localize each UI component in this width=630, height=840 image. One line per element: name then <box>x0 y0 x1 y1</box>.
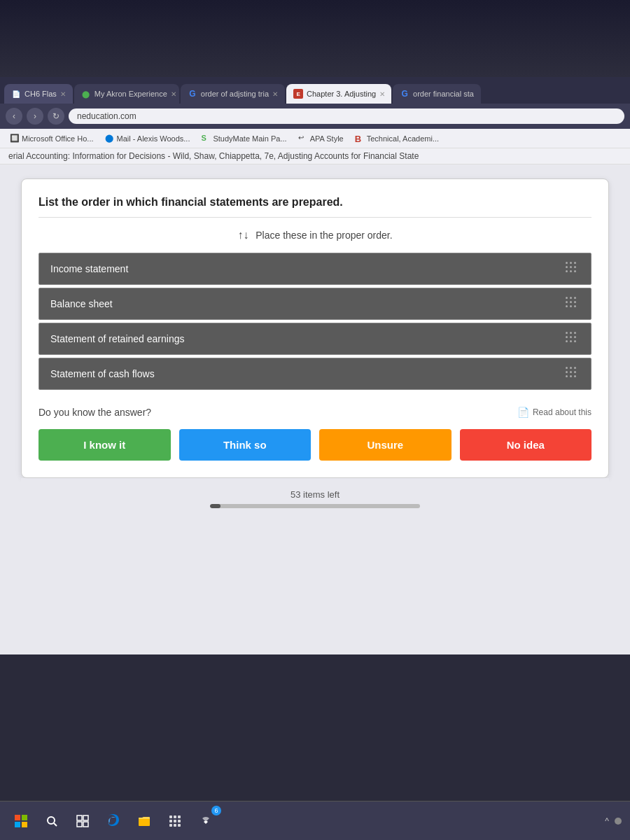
tab-chapter-close[interactable]: ✕ <box>379 90 385 98</box>
task-view-icon <box>76 815 89 827</box>
bookmark-studymate[interactable]: S StudyMate Main Pa... <box>197 132 290 145</box>
dot <box>574 367 576 369</box>
notification-badge: 6 <box>211 806 221 816</box>
read-about-this-button[interactable]: 📄 Read about this <box>517 407 592 418</box>
dot <box>570 262 572 264</box>
do-you-know-row: Do you know the answer? 📄 Read about thi… <box>38 407 592 418</box>
tab-chapter-icon: E <box>293 89 303 99</box>
no-idea-button[interactable]: No idea <box>460 429 592 461</box>
wifi-badge-button[interactable]: 6 <box>193 808 218 834</box>
dot <box>570 297 572 299</box>
answer-buttons: I know it Think so Unsure No idea <box>38 429 592 461</box>
network-icon <box>200 815 212 827</box>
bookmark-apa-label: APA Style <box>310 134 344 143</box>
drag-handle-retained[interactable] <box>566 332 580 346</box>
windows-start-button[interactable] <box>8 808 34 834</box>
dot <box>570 301 572 303</box>
tab-gorder2-icon: G <box>400 89 410 99</box>
search-icon <box>46 815 58 827</box>
tab-gorder2[interactable]: G order financial sta <box>393 84 481 104</box>
refresh-button[interactable]: ↻ <box>48 108 64 125</box>
tab-chapter3[interactable]: E Chapter 3. Adjusting ✕ <box>286 84 391 104</box>
tab-google-close[interactable]: ✕ <box>272 90 278 98</box>
search-button[interactable] <box>39 808 64 834</box>
think-so-button[interactable]: Think so <box>179 429 312 461</box>
svg-rect-12 <box>174 816 176 818</box>
svg-rect-2 <box>15 822 20 827</box>
svg-rect-14 <box>169 820 172 822</box>
page-title-text: erial Accounting: Information for Decisi… <box>8 151 419 161</box>
drag-item-retained-label: Statement of retained earnings <box>50 333 184 344</box>
windows-icon <box>15 815 27 827</box>
apps-grid-button[interactable] <box>162 808 188 834</box>
task-view-button[interactable] <box>70 808 95 834</box>
dot <box>566 340 568 342</box>
svg-rect-7 <box>83 816 88 820</box>
items-left-section: 53 items left <box>21 478 609 515</box>
file-explorer-button[interactable] <box>132 808 157 834</box>
dot <box>574 305 576 307</box>
dot <box>570 305 572 307</box>
address-bar[interactable]: neducation.com <box>69 108 624 124</box>
tab-akron[interactable]: ⬤ My Akron Experience ✕ <box>74 84 179 104</box>
bookmark-technical-label: Technical, Academi... <box>367 134 439 143</box>
forward-button[interactable]: › <box>27 108 43 125</box>
i-know-it-button[interactable]: I know it <box>38 429 171 461</box>
drag-handle-cashflow[interactable] <box>566 367 580 381</box>
svg-rect-3 <box>22 822 27 827</box>
sort-instruction: ↑↓ Place these in the proper order. <box>38 229 592 241</box>
address-bar-text: neducation.com <box>77 111 136 121</box>
svg-rect-8 <box>77 822 82 827</box>
tab-ch6-close[interactable]: ✕ <box>60 90 66 98</box>
drag-item-income-label: Income statement <box>50 263 128 274</box>
dot <box>574 340 576 342</box>
dot <box>566 266 568 268</box>
bookmark-mail[interactable]: ⬤ Mail - Alexis Woods... <box>101 132 195 145</box>
tab-google-order[interactable]: G order of adjsting tria ✕ <box>181 84 285 104</box>
drag-item-income[interactable]: Income statement <box>38 253 592 285</box>
technical-icon: B <box>355 134 365 144</box>
tab-akron-close[interactable]: ✕ <box>171 90 176 98</box>
progress-bar <box>210 504 420 508</box>
svg-rect-11 <box>169 816 172 818</box>
dot <box>570 367 572 369</box>
dot <box>566 336 568 338</box>
tab-akron-label: My Akron Experience <box>94 90 167 98</box>
svg-rect-15 <box>174 820 176 822</box>
bookmarks-bar: 🔲 Microsoft Office Ho... ⬤ Mail - Alexis… <box>0 129 630 148</box>
drag-item-retained[interactable]: Statement of retained earnings <box>38 323 592 355</box>
address-bar-row: ‹ › ↻ neducation.com <box>0 104 630 129</box>
dot <box>570 270 572 272</box>
dot <box>574 375 576 377</box>
progress-bar-fill <box>210 504 220 508</box>
dot <box>570 340 572 342</box>
svg-rect-1 <box>22 815 27 820</box>
drag-handle-balance[interactable] <box>566 297 580 311</box>
bookmark-apa[interactable]: ↩ APA Style <box>294 132 348 145</box>
sort-arrows-icon: ↑↓ <box>237 229 248 241</box>
drag-item-balance[interactable]: Balance sheet <box>38 288 592 320</box>
tab-ch6-flas[interactable]: 📄 CH6 Flas ✕ <box>4 84 73 104</box>
unsure-button[interactable]: Unsure <box>319 429 451 461</box>
svg-rect-6 <box>77 816 82 820</box>
items-left-text: 53 items left <box>21 489 609 500</box>
do-you-know-label: Do you know the answer? <box>38 407 151 418</box>
drag-item-cashflow[interactable]: Statement of cash flows <box>38 358 592 390</box>
bookmark-ms-office[interactable]: 🔲 Microsoft Office Ho... <box>6 132 98 145</box>
tab-ch6-label: CH6 Flas <box>24 90 57 98</box>
bookmark-studymate-label: StudyMate Main Pa... <box>213 134 286 143</box>
back-button[interactable]: ‹ <box>6 108 22 125</box>
page-title-bar: erial Accounting: Information for Decisi… <box>0 148 630 164</box>
svg-rect-0 <box>15 815 20 820</box>
bookmark-technical[interactable]: B Technical, Academi... <box>351 132 443 145</box>
edge-browser-button[interactable] <box>101 808 126 834</box>
sort-instruction-text: Place these in the proper order. <box>255 230 392 241</box>
edge-icon <box>106 814 120 828</box>
tab-google-label: order of adjsting tria <box>201 90 269 98</box>
drag-handle-income[interactable] <box>566 262 580 276</box>
question-text: List the order in which financial statem… <box>38 196 343 208</box>
dot <box>574 297 576 299</box>
dot <box>566 297 568 299</box>
taskbar-chevron-icon[interactable]: ^ <box>605 816 609 826</box>
browser-chrome: 📄 CH6 Flas ✕ ⬤ My Akron Experience ✕ G o… <box>0 77 630 164</box>
